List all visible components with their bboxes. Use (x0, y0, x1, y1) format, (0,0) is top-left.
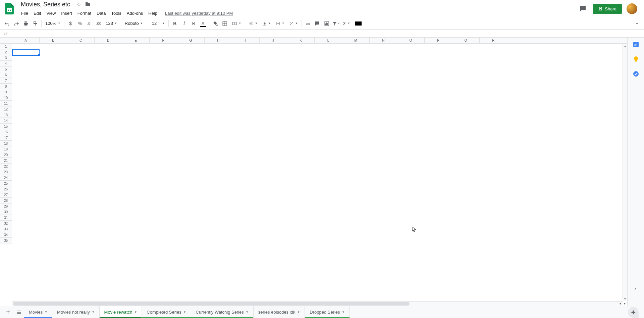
format-number-dropdown[interactable]: 123▼ (104, 19, 119, 28)
fill-color-icon[interactable] (211, 19, 220, 28)
menu-file[interactable]: File (19, 9, 31, 17)
sheet-tab[interactable]: Movies not really▼ (52, 306, 99, 318)
row-header[interactable]: 33 (0, 226, 12, 232)
menu-tools[interactable]: Tools (109, 9, 123, 17)
merge-cells-dropdown[interactable]: ▼ (230, 19, 243, 28)
column-header[interactable]: C (67, 38, 95, 43)
row-header[interactable]: 32 (0, 221, 12, 226)
row-header[interactable]: 31 (0, 215, 12, 221)
zoom-dropdown[interactable]: 100%▼ (43, 19, 62, 28)
print-icon[interactable] (21, 19, 30, 28)
text-color-icon[interactable]: A (199, 19, 207, 28)
document-title[interactable]: Movies, Series etc (19, 0, 72, 9)
row-header[interactable]: 2 (0, 49, 12, 55)
row-header[interactable]: 17 (0, 135, 12, 141)
italic-icon[interactable]: I (180, 19, 189, 28)
sheet-tab[interactable]: Movies▼ (24, 306, 52, 318)
input-tool-indicator[interactable] (355, 21, 362, 26)
add-sheet-icon[interactable]: + (3, 307, 13, 318)
calendar-icon[interactable]: 31 (633, 41, 639, 48)
row-header[interactable]: 12 (0, 106, 12, 112)
scroll-up-icon[interactable]: ▲ (623, 44, 627, 48)
redo-icon[interactable] (12, 19, 21, 28)
column-header[interactable]: R (480, 38, 507, 43)
menu-addons[interactable]: Add-ons (124, 9, 145, 17)
star-icon[interactable]: ☆ (76, 1, 81, 8)
share-button[interactable]: Share (593, 4, 622, 14)
row-header[interactable]: 26 (0, 186, 12, 192)
borders-icon[interactable] (220, 19, 229, 28)
bold-icon[interactable]: B (170, 19, 179, 28)
row-header[interactable]: 10 (0, 95, 12, 101)
chevron-down-icon[interactable]: ▼ (92, 311, 95, 314)
row-header[interactable]: 14 (0, 118, 12, 124)
menu-format[interactable]: Format (75, 9, 94, 17)
menu-data[interactable]: Data (94, 9, 108, 17)
column-header[interactable]: G (177, 38, 205, 43)
move-folder-icon[interactable] (85, 2, 91, 8)
vertical-scrollbar[interactable]: ▲ ▼ (623, 44, 627, 301)
column-header[interactable]: H (205, 38, 232, 43)
chevron-down-icon[interactable]: ▼ (297, 311, 300, 314)
column-header[interactable]: O (397, 38, 425, 43)
row-header[interactable]: 34 (0, 232, 12, 238)
cells-area[interactable] (12, 44, 627, 243)
row-header[interactable]: 4 (0, 61, 12, 66)
chevron-down-icon[interactable]: ▼ (134, 311, 137, 314)
scroll-left-icon[interactable]: ◄ (618, 301, 623, 306)
chevron-down-icon[interactable]: ▼ (342, 311, 345, 314)
row-header[interactable]: 21 (0, 158, 12, 164)
menu-view[interactable]: View (44, 9, 58, 17)
column-header[interactable]: L (315, 38, 342, 43)
text-rotation-dropdown[interactable]: ▼ (287, 19, 300, 28)
percent-icon[interactable]: % (75, 19, 84, 28)
undo-icon[interactable] (3, 19, 11, 28)
sheet-tab[interactable]: Dropped Series▼ (305, 306, 350, 318)
row-header[interactable]: 18 (0, 141, 12, 146)
horizontal-align-dropdown[interactable]: ▼ (247, 19, 260, 28)
fx-label[interactable]: fx (0, 30, 12, 37)
font-dropdown[interactable]: Roboto▼ (123, 19, 146, 28)
row-header[interactable]: 22 (0, 164, 12, 169)
column-header[interactable]: J (260, 38, 287, 43)
row-header[interactable]: 11 (0, 101, 12, 106)
scroll-down-icon[interactable]: ▼ (623, 297, 627, 301)
menu-insert[interactable]: Insert (59, 9, 74, 17)
column-header[interactable]: E (122, 38, 150, 43)
sheet-tab[interactable]: Completed Series▼ (142, 306, 191, 318)
row-header[interactable]: 28 (0, 198, 12, 203)
insert-comment-icon[interactable] (313, 19, 322, 28)
decrease-decimal-icon[interactable]: .0↓ (85, 19, 94, 28)
strikethrough-icon[interactable]: S (189, 19, 198, 28)
row-header[interactable]: 5 (0, 66, 12, 72)
row-header[interactable]: 15 (0, 124, 12, 129)
row-header[interactable]: 13 (0, 112, 12, 118)
sheet-tab[interactable]: Currently Watchig Series▼ (191, 306, 254, 318)
insert-chart-icon[interactable] (322, 19, 331, 28)
row-header[interactable]: 23 (0, 169, 12, 175)
column-header[interactable]: Q (452, 38, 480, 43)
row-header[interactable]: 29 (0, 203, 12, 209)
row-header[interactable]: 6 (0, 72, 12, 78)
column-header[interactable]: K (287, 38, 315, 43)
collapse-toolbar-icon[interactable] (633, 19, 641, 28)
select-all-corner[interactable] (0, 38, 12, 43)
tasks-icon[interactable] (633, 71, 639, 77)
sheet-tab[interactable]: series episodes idk▼ (254, 306, 305, 318)
column-header[interactable]: N (370, 38, 397, 43)
row-header[interactable]: 8 (0, 84, 12, 89)
horizontal-scrollbar[interactable] (12, 301, 623, 306)
row-header[interactable]: 16 (0, 129, 12, 135)
explore-icon[interactable] (628, 307, 639, 318)
side-panel-toggle-icon[interactable]: › (631, 284, 639, 292)
column-header[interactable]: B (40, 38, 67, 43)
functions-dropdown[interactable]: Σ▼ (341, 19, 352, 28)
selected-cell[interactable] (12, 49, 40, 56)
paint-format-icon[interactable] (31, 19, 40, 28)
column-header[interactable]: P (425, 38, 452, 43)
row-header[interactable]: 25 (0, 181, 12, 186)
row-header[interactable]: 20 (0, 152, 12, 158)
avatar[interactable] (627, 3, 637, 14)
row-header[interactable]: 24 (0, 175, 12, 181)
row-header[interactable]: 3 (0, 55, 12, 61)
